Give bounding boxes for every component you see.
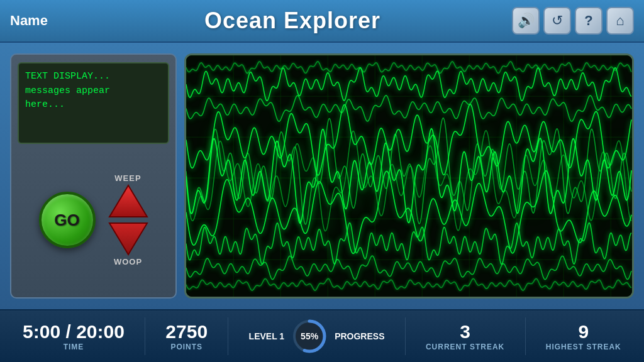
left-panel: TEXT DISPLAY... messages appear here... … (10, 53, 177, 299)
go-button[interactable]: GO (39, 192, 96, 248)
points-stat: 2750 POINTS (165, 321, 208, 351)
go-label: GO (54, 211, 79, 230)
header: Name Ocean Explorer 🔊 ↺ ? ⌂ (0, 0, 644, 43)
text-display-line1: TEXT DISPLAY... (25, 71, 110, 82)
divider-4 (525, 317, 526, 355)
svg-marker-1 (109, 223, 147, 255)
woop-label: WOOP (114, 257, 142, 266)
user-name: Name (10, 13, 73, 29)
divider-1 (145, 317, 145, 355)
time-label: TIME (64, 343, 84, 351)
highest-streak-value: 9 (578, 321, 589, 343)
weep-label: WEEP (114, 173, 141, 183)
highest-streak-label: HIGHEST STREAK (546, 343, 621, 351)
svg-marker-0 (109, 185, 147, 217)
time-value: 5:00 / 20:00 (23, 321, 125, 343)
current-streak-stat: 3 CURRENT STREAK (426, 321, 504, 351)
weep-button[interactable] (108, 184, 148, 218)
text-display-line2: messages appear (25, 85, 110, 96)
progress-row: LEVEL 1 55% PROGRESS (249, 317, 385, 355)
weep-woop-controls: WEEP (108, 173, 148, 266)
woop-button[interactable] (108, 222, 148, 256)
progress-circle: 55% (291, 317, 328, 355)
osc-canvas (186, 55, 632, 297)
current-streak-label: CURRENT STREAK (426, 343, 504, 351)
progress-stat: LEVEL 1 55% PROGRESS (249, 317, 385, 355)
points-value: 2750 (165, 321, 208, 343)
home-icon-button[interactable]: ⌂ (606, 7, 634, 35)
main-area: TEXT DISPLAY... messages appear here... … (0, 43, 644, 309)
help-icon-button[interactable]: ? (575, 7, 602, 35)
triangle-container (108, 184, 148, 256)
progress-pct: 55% (301, 331, 318, 341)
text-display-line3: here... (25, 99, 65, 110)
highest-streak-stat: 9 HIGHEST STREAK (546, 321, 621, 351)
divider-2 (228, 317, 228, 355)
sound-icon-button[interactable]: 🔊 (512, 7, 540, 35)
bottom-bar: 5:00 / 20:00 TIME 2750 POINTS LEVEL 1 55… (0, 309, 644, 362)
level-label: LEVEL 1 (249, 331, 285, 341)
replay-icon-button[interactable]: ↺ (543, 7, 571, 35)
app-title: Ocean Explorer (204, 8, 380, 34)
text-display: TEXT DISPLAY... messages appear here... (18, 62, 169, 144)
points-label: POINTS (170, 343, 203, 351)
controls-area: GO WEEP (18, 150, 169, 290)
time-stat: 5:00 / 20:00 TIME (23, 321, 125, 351)
current-streak-value: 3 (460, 321, 470, 343)
divider-3 (405, 317, 406, 355)
oscilloscope-display (184, 53, 634, 299)
progress-label: PROGRESS (335, 331, 384, 341)
header-icon-group: 🔊 ↺ ? ⌂ (512, 7, 634, 35)
